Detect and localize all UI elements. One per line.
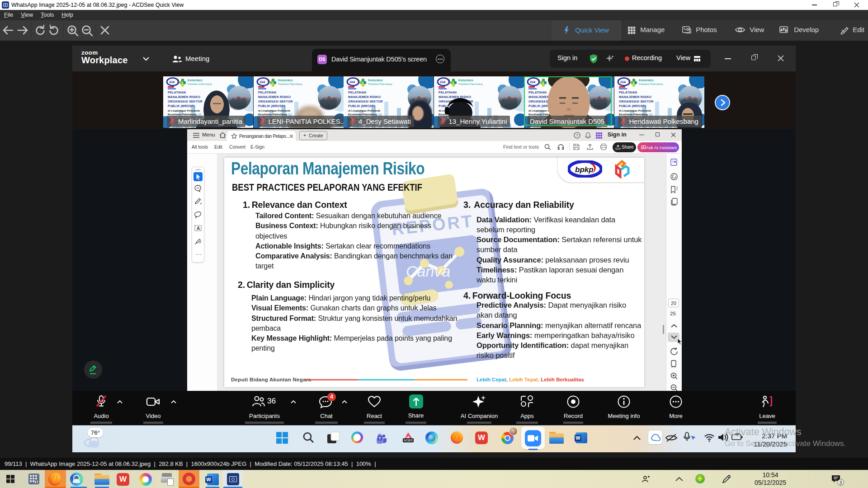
svg-text:?: ?: [576, 133, 578, 138]
svg-text:bpkp: bpkp: [575, 165, 594, 174]
svg-text:T: T: [379, 436, 382, 441]
svg-text:A: A: [197, 226, 200, 231]
svg-text:17: 17: [34, 480, 38, 483]
